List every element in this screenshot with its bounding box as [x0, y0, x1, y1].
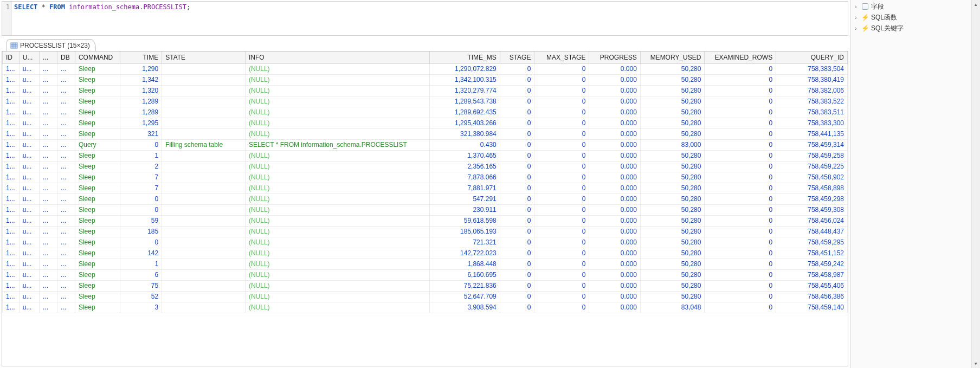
cell-examined-rows[interactable]: 0 [705, 74, 776, 85]
cell-command[interactable]: Sleep [75, 96, 120, 107]
cell-host[interactable]: ... [40, 237, 57, 248]
cell-memory-used[interactable]: 50,280 [640, 269, 705, 280]
cell-state[interactable] [162, 118, 246, 128]
cell-progress[interactable]: 0.000 [589, 107, 640, 118]
table-row[interactable]: 1...u.........Sleep1,289(NULL)1,289,692.… [3, 107, 848, 118]
cell-max-stage[interactable]: 0 [534, 259, 589, 269]
cell-stage[interactable]: 0 [500, 204, 534, 215]
cell-state[interactable] [162, 96, 246, 107]
cell-max-stage[interactable]: 0 [534, 161, 589, 172]
cell-state[interactable] [162, 291, 246, 302]
cell-time[interactable]: 185 [120, 226, 162, 237]
cell-time-ms[interactable]: 3,908.594 [430, 302, 500, 313]
cell-progress[interactable]: 0.000 [589, 193, 640, 204]
col-host[interactable]: ... [40, 51, 57, 63]
cell-db[interactable]: ... [57, 215, 75, 226]
cell-memory-used[interactable]: 50,280 [640, 215, 705, 226]
cell-progress[interactable]: 0.000 [589, 63, 640, 74]
col-id[interactable]: ID [3, 51, 20, 63]
col-progress[interactable]: PROGRESS [589, 51, 640, 63]
cell-command[interactable]: Sleep [75, 63, 120, 74]
cell-db[interactable]: ... [57, 193, 75, 204]
cell-db[interactable]: ... [57, 269, 75, 280]
cell-time[interactable]: 0 [120, 139, 162, 150]
cell-examined-rows[interactable]: 0 [705, 128, 776, 139]
cell-info[interactable]: (NULL) [245, 63, 429, 74]
cell-command[interactable]: Sleep [75, 204, 120, 215]
cell-id[interactable]: 1... [3, 118, 20, 128]
cell-query-id[interactable]: 758,459,242 [776, 259, 848, 269]
cell-max-stage[interactable]: 0 [534, 128, 589, 139]
cell-examined-rows[interactable]: 0 [705, 96, 776, 107]
table-row[interactable]: 1...u.........Sleep52(NULL)52,647.709000… [3, 291, 848, 302]
cell-progress[interactable]: 0.000 [589, 161, 640, 172]
cell-id[interactable]: 1... [3, 172, 20, 183]
cell-time-ms[interactable]: 1,342,100.315 [430, 74, 500, 85]
cell-command[interactable]: Sleep [75, 215, 120, 226]
cell-max-stage[interactable]: 0 [534, 302, 589, 313]
cell-time[interactable]: 1 [120, 150, 162, 161]
cell-time-ms[interactable]: 59,618.598 [430, 215, 500, 226]
cell-db[interactable]: ... [57, 204, 75, 215]
cell-command[interactable]: Sleep [75, 74, 120, 85]
cell-info[interactable]: (NULL) [245, 107, 429, 118]
cell-info[interactable]: SELECT * FROM information_schema.PROCESS… [245, 139, 429, 150]
cell-query-id[interactable]: 758,380,419 [776, 74, 848, 85]
cell-memory-used[interactable]: 50,280 [640, 161, 705, 172]
cell-query-id[interactable]: 758,459,258 [776, 150, 848, 161]
cell-state[interactable]: Filling schema table [162, 139, 246, 150]
cell-user[interactable]: u... [19, 139, 39, 150]
cell-db[interactable]: ... [57, 139, 75, 150]
cell-state[interactable] [162, 172, 246, 183]
cell-stage[interactable]: 0 [500, 259, 534, 269]
cell-info[interactable]: (NULL) [245, 85, 429, 96]
cell-user[interactable]: u... [19, 248, 39, 259]
cell-time[interactable]: 1 [120, 259, 162, 269]
cell-user[interactable]: u... [19, 150, 39, 161]
cell-host[interactable]: ... [40, 107, 57, 118]
cell-memory-used[interactable]: 50,280 [640, 96, 705, 107]
cell-info[interactable]: (NULL) [245, 118, 429, 128]
cell-memory-used[interactable]: 50,280 [640, 128, 705, 139]
cell-db[interactable]: ... [57, 161, 75, 172]
cell-info[interactable]: (NULL) [245, 226, 429, 237]
cell-examined-rows[interactable]: 0 [705, 63, 776, 74]
cell-time[interactable]: 142 [120, 248, 162, 259]
table-row[interactable]: 1...u.........Sleep1(NULL)1,868.448000.0… [3, 259, 848, 269]
cell-info[interactable]: (NULL) [245, 269, 429, 280]
cell-id[interactable]: 1... [3, 291, 20, 302]
table-row[interactable]: 1...u.........Sleep0(NULL)547.291000.000… [3, 193, 848, 204]
cell-db[interactable]: ... [57, 74, 75, 85]
cell-db[interactable]: ... [57, 237, 75, 248]
cell-query-id[interactable]: 758,459,225 [776, 161, 848, 172]
cell-examined-rows[interactable]: 0 [705, 161, 776, 172]
cell-time-ms[interactable]: 1,290,072.829 [430, 63, 500, 74]
cell-time[interactable]: 7 [120, 172, 162, 183]
cell-time-ms[interactable]: 1,289,692.435 [430, 107, 500, 118]
cell-user[interactable]: u... [19, 183, 39, 193]
cell-user[interactable]: u... [19, 63, 39, 74]
col-time[interactable]: TIME [120, 51, 162, 63]
table-row[interactable]: 1...u.........Sleep185(NULL)185,065.1930… [3, 226, 848, 237]
cell-user[interactable]: u... [19, 96, 39, 107]
cell-time-ms[interactable]: 185,065.193 [430, 226, 500, 237]
cell-info[interactable]: (NULL) [245, 204, 429, 215]
cell-time[interactable]: 0 [120, 193, 162, 204]
col-info[interactable]: INFO [245, 51, 429, 63]
cell-db[interactable]: ... [57, 96, 75, 107]
cell-state[interactable] [162, 193, 246, 204]
cell-time[interactable]: 1,320 [120, 85, 162, 96]
cell-time[interactable]: 6 [120, 269, 162, 280]
table-row[interactable]: 1...u.........Sleep142(NULL)142,722.0230… [3, 248, 848, 259]
cell-memory-used[interactable]: 83,048 [640, 302, 705, 313]
cell-max-stage[interactable]: 0 [534, 96, 589, 107]
cell-command[interactable]: Sleep [75, 85, 120, 96]
cell-progress[interactable]: 0.000 [589, 302, 640, 313]
cell-memory-used[interactable]: 50,280 [640, 172, 705, 183]
cell-time[interactable]: 1,295 [120, 118, 162, 128]
cell-info[interactable]: (NULL) [245, 172, 429, 183]
cell-db[interactable]: ... [57, 302, 75, 313]
cell-progress[interactable]: 0.000 [589, 259, 640, 269]
cell-id[interactable]: 1... [3, 183, 20, 193]
sql-editor[interactable]: 1 SELECT * FROM information_schema.PROCE… [2, 1, 848, 36]
